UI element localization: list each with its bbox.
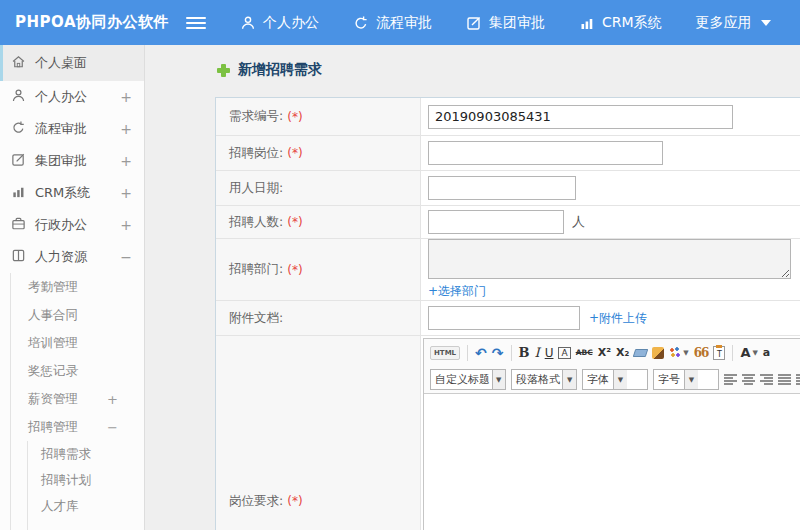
sidebar-item-rewards[interactable]: 奖惩记录	[11, 357, 144, 385]
nav-personal-office[interactable]: 个人办公	[240, 14, 319, 32]
editor-content-area[interactable]	[424, 393, 800, 530]
sidebar-item-workflow-approval[interactable]: 流程审批 +	[0, 113, 144, 145]
attachment-input[interactable]	[428, 306, 580, 330]
bold-button[interactable]: B	[519, 345, 530, 360]
editor-toolbar-row1: HTML ↶ ↷ B I U A ABC X² X₂ ▼	[424, 339, 800, 366]
sidebar-item-talent-pool[interactable]: 人才库	[28, 493, 144, 519]
sidebar-item-salary[interactable]: 薪资管理+	[11, 385, 144, 413]
nav-group-approval[interactable]: 集团审批	[466, 14, 545, 32]
align-left-icon[interactable]	[724, 374, 737, 385]
caret-down-icon: ▼	[752, 349, 757, 357]
home-icon	[11, 54, 26, 72]
caret-down-icon: ▼	[562, 370, 576, 389]
font-color-button[interactable]: A▼	[740, 345, 757, 360]
nav-more-apps[interactable]: 更多应用	[696, 14, 771, 32]
custom-title-select[interactable]: 自定义标题▼	[430, 369, 506, 390]
bar-chart-icon	[11, 184, 26, 202]
sidebar-item-recruit-plan[interactable]: 招聘计划	[28, 467, 144, 493]
menu-icon[interactable]	[186, 17, 206, 29]
nav-workflow-approval[interactable]: 流程审批	[353, 14, 432, 32]
attachment-upload-link[interactable]: +附件上传	[589, 310, 647, 327]
sidebar-item-personal-office[interactable]: 个人办公 +	[0, 81, 144, 113]
eraser-icon[interactable]	[634, 349, 647, 357]
collapse-icon[interactable]: −	[120, 249, 132, 265]
sidebar-item-hr[interactable]: 人力资源 −	[0, 241, 144, 273]
bar-chart-icon	[579, 15, 595, 31]
strikethrough-button[interactable]: ABC	[576, 348, 593, 357]
blockquote-button[interactable]: 66	[694, 346, 709, 360]
expand-icon[interactable]: +	[120, 153, 132, 169]
sidebar-item-attendance[interactable]: 考勤管理	[11, 273, 144, 301]
subscript-button[interactable]: X₂	[616, 346, 629, 359]
superscript-button[interactable]: X²	[598, 346, 611, 359]
required-mark: (*)	[287, 146, 302, 160]
sidebar-item-crm[interactable]: CRM系统 +	[0, 177, 144, 209]
field-label: 用人日期:	[229, 180, 283, 197]
caret-down-icon: ▼	[613, 370, 627, 389]
required-mark: (*)	[287, 110, 302, 124]
align-center-icon[interactable]	[742, 374, 755, 385]
department-textarea[interactable]	[428, 239, 791, 279]
required-mark: (*)	[287, 494, 302, 508]
font-family-select[interactable]: 字体▼	[582, 369, 648, 390]
field-label: 招聘部门:	[229, 261, 283, 278]
paint-brush-icon[interactable]	[652, 347, 664, 359]
underline-button[interactable]: U	[545, 346, 554, 360]
form-row-requirements: 岗位要求:(*) HTML ↶ ↷ B I U A ABC X²	[216, 336, 800, 530]
font-size-select[interactable]: 字号▼	[653, 369, 719, 390]
workflow-icon	[11, 120, 26, 138]
sidebar-item-training[interactable]: 培训管理	[11, 329, 144, 357]
nav-label: 流程审批	[376, 14, 432, 32]
sidebar-item-hr-contract[interactable]: 人事合同	[11, 301, 144, 329]
font-style-button[interactable]: A	[558, 347, 570, 359]
sidebar-item-label: 行政办公	[35, 216, 87, 234]
workflow-icon	[353, 15, 369, 31]
topbar: PHPOA协同办公软件 个人办公 流程审批 集团审批 CRM系统 更多应用	[0, 0, 800, 45]
headcount-input[interactable]	[428, 210, 564, 234]
app-logo: PHPOA协同办公软件	[0, 13, 186, 32]
demand-no-input[interactable]	[428, 105, 733, 129]
collapse-icon[interactable]: −	[107, 420, 118, 435]
form-row-headcount: 招聘人数:(*) 人	[216, 206, 800, 239]
sidebar-item-recruit-demand[interactable]: 招聘需求	[28, 441, 144, 467]
italic-button[interactable]: I	[535, 345, 540, 360]
nav-crm-system[interactable]: CRM系统	[579, 14, 662, 32]
form-row-hire-date: 用人日期:	[216, 171, 800, 206]
hire-date-input[interactable]	[428, 176, 576, 200]
main-content: 新增招聘需求 需求编号:(*) 招聘岗位:(*) 用人日期: 招聘人数:(*) …	[146, 45, 800, 530]
nav-label: CRM系统	[602, 14, 662, 32]
background-color-button[interactable]: a	[763, 346, 770, 359]
caret-down-icon: ▼	[683, 349, 688, 357]
sidebar-item-recruit-mgmt[interactable]: 招聘管理−	[11, 413, 144, 441]
editor-toolbar-row2: 自定义标题▼ 段落格式▼ 字体▼ 字号▼	[424, 366, 800, 393]
align-justify-icon[interactable]	[796, 374, 800, 385]
undo-icon[interactable]: ↶	[475, 345, 487, 361]
unit-label: 人	[572, 213, 585, 231]
align-justify-icon[interactable]	[778, 374, 791, 385]
align-right-icon[interactable]	[760, 374, 773, 385]
nav-label: 个人办公	[263, 14, 319, 32]
sidebar-item-label: 考勤管理	[28, 279, 78, 296]
required-mark: (*)	[287, 263, 302, 277]
expand-icon[interactable]: +	[107, 392, 118, 407]
sidebar-item-label: 奖惩记录	[28, 363, 78, 380]
expand-icon[interactable]: +	[120, 121, 132, 137]
sidebar-item-admin-office[interactable]: 行政办公 +	[0, 209, 144, 241]
expand-icon[interactable]: +	[120, 185, 132, 201]
sidebar-item-group-approval[interactable]: 集团审批 +	[0, 145, 144, 177]
form-row-attachment: 附件文档: +附件上传	[216, 301, 800, 336]
paste-icon[interactable]: T	[713, 346, 725, 360]
sidebar-item-desktop[interactable]: 个人桌面	[0, 45, 144, 81]
html-source-button[interactable]: HTML	[430, 346, 460, 360]
paragraph-format-select[interactable]: 段落格式▼	[511, 369, 577, 390]
edit-square-icon	[466, 15, 482, 31]
format-spray-icon[interactable]: ▼	[669, 347, 688, 359]
sidebar-item-label: 集团审批	[35, 152, 87, 170]
select-department-link[interactable]: +选择部门	[428, 283, 486, 300]
briefcase-icon	[11, 216, 26, 234]
redo-icon[interactable]: ↷	[492, 345, 504, 361]
expand-icon[interactable]: +	[120, 217, 132, 233]
expand-icon[interactable]: +	[120, 89, 132, 105]
rich-text-editor: HTML ↶ ↷ B I U A ABC X² X₂ ▼	[423, 338, 800, 530]
position-input[interactable]	[428, 141, 663, 165]
